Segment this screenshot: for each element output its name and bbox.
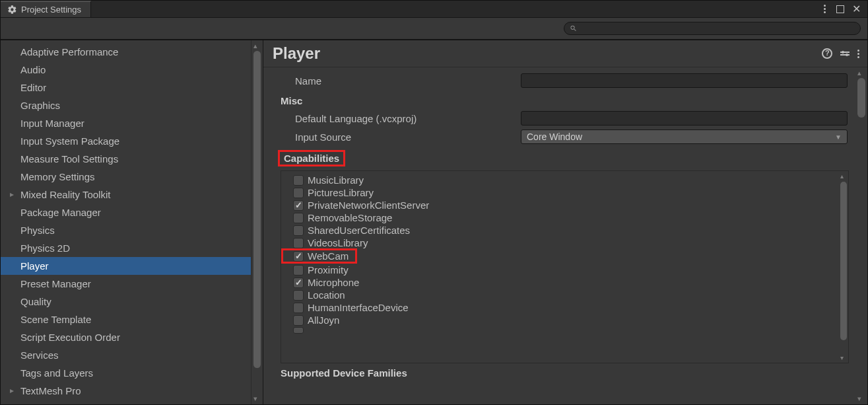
scroll-down-icon[interactable]: ▾ xyxy=(840,354,844,361)
checkbox[interactable] xyxy=(293,175,304,186)
capability-privatenetworkclientserver[interactable]: PrivateNetworkClientServer xyxy=(281,199,848,211)
scroll-thumb[interactable] xyxy=(857,78,865,118)
supported-families-header: Supported Device Families xyxy=(263,363,855,381)
checkbox[interactable] xyxy=(293,213,304,223)
capability-label: PrivateNetworkClientServer xyxy=(308,200,429,211)
scroll-thumb[interactable] xyxy=(253,51,261,368)
capabilities-scrollbar[interactable]: ▴ ▾ xyxy=(839,171,848,363)
capability-label: VideosLibrary xyxy=(308,237,368,248)
search-field[interactable] xyxy=(564,22,861,35)
capability-label: PicturesLibrary xyxy=(308,187,374,198)
checkbox[interactable] xyxy=(293,225,304,236)
tab-label: Project Settings xyxy=(21,5,81,15)
help-icon[interactable] xyxy=(822,48,832,59)
sidebar-item-memory-settings[interactable]: Memory Settings xyxy=(1,168,251,186)
sidebar-item-mixed-reality-toolkit[interactable]: Mixed Reality Toolkit xyxy=(1,186,251,203)
sidebar-item-physics[interactable]: Physics xyxy=(1,221,251,239)
scroll-thumb[interactable] xyxy=(840,182,847,340)
scroll-down-icon[interactable]: ▾ xyxy=(253,394,257,403)
chevron-down-icon: ▼ xyxy=(835,133,842,141)
misc-header: Misc xyxy=(263,90,855,109)
scroll-up-icon[interactable]: ▴ xyxy=(253,42,257,50)
default-lang-input[interactable] xyxy=(521,111,848,126)
checkbox[interactable] xyxy=(293,200,304,211)
capability-label: WebCam xyxy=(308,250,349,262)
sidebar-item-textmesh-pro[interactable]: TextMesh Pro xyxy=(1,382,251,400)
name-label: Name xyxy=(263,75,521,87)
sidebar-item-player[interactable]: Player xyxy=(1,257,251,275)
sidebar-scrollbar[interactable]: ▴ ▾ xyxy=(251,40,263,404)
input-source-dropdown[interactable]: Core Window ▼ xyxy=(521,129,848,144)
dropdown-value: Core Window xyxy=(527,131,582,142)
capability-label: Location xyxy=(308,289,345,301)
capability-proximity[interactable]: Proximity xyxy=(281,264,848,276)
input-source-label: Input Source xyxy=(263,131,521,143)
kebab-icon[interactable] xyxy=(824,5,826,13)
capability-label: MusicLibrary xyxy=(308,174,364,186)
sidebar-item-services[interactable]: Services xyxy=(1,346,251,364)
capability-cutoff xyxy=(281,326,848,334)
checkbox[interactable] xyxy=(293,251,304,262)
main-scrollbar[interactable]: ▴ ▾ xyxy=(855,67,867,404)
capability-label: Microphone xyxy=(308,277,359,288)
sidebar-item-tags-and-layers[interactable]: Tags and Layers xyxy=(1,364,251,382)
sidebar-item-time[interactable]: Time xyxy=(1,400,251,404)
checkbox[interactable] xyxy=(293,265,304,276)
capability-humaninterfacedevice[interactable]: HumanInterfaceDevice xyxy=(281,301,848,314)
sidebar-item-editor[interactable]: Editor xyxy=(1,79,251,96)
checkbox[interactable] xyxy=(293,315,304,326)
sidebar-item-measure-tool-settings[interactable]: Measure Tool Settings xyxy=(1,150,251,168)
sidebar-item-input-manager[interactable]: Input Manager xyxy=(1,114,251,132)
settings-sidebar: Adaptive PerformanceAudioEditorGraphicsI… xyxy=(1,40,263,404)
close-icon[interactable]: ✕ xyxy=(852,4,861,15)
tab-project-settings[interactable]: Project Settings xyxy=(1,1,91,17)
gear-icon xyxy=(7,5,17,15)
search-input[interactable] xyxy=(582,24,855,33)
capability-musiclibrary[interactable]: MusicLibrary xyxy=(281,174,848,186)
sidebar-item-preset-manager[interactable]: Preset Manager xyxy=(1,275,251,293)
sidebar-item-scene-template[interactable]: Scene Template xyxy=(1,311,251,328)
capability-alljoyn[interactable]: AllJoyn xyxy=(281,314,848,326)
capability-webcam[interactable]: WebCam xyxy=(281,248,357,264)
window-buttons: ✕ xyxy=(817,4,867,15)
checkbox[interactable] xyxy=(293,277,304,288)
capability-label: HumanInterfaceDevice xyxy=(308,302,409,313)
capabilities-header: Capabilities xyxy=(278,150,345,166)
scroll-up-icon[interactable]: ▴ xyxy=(857,69,861,77)
name-input[interactable] xyxy=(521,73,848,88)
sidebar-item-audio[interactable]: Audio xyxy=(1,61,251,79)
menu-icon[interactable] xyxy=(857,50,859,58)
sidebar-item-adaptive-performance[interactable]: Adaptive Performance xyxy=(1,43,251,61)
capability-videoslibrary[interactable]: VideosLibrary xyxy=(281,237,848,249)
sidebar-item-package-manager[interactable]: Package Manager xyxy=(1,203,251,221)
capability-label: SharedUserCertificates xyxy=(308,225,410,236)
checkbox[interactable] xyxy=(293,238,304,248)
preset-icon[interactable] xyxy=(840,52,850,55)
capabilities-list: MusicLibraryPicturesLibraryPrivateNetwor… xyxy=(281,170,849,363)
scroll-up-icon[interactable]: ▴ xyxy=(840,172,844,180)
checkbox[interactable] xyxy=(293,188,304,198)
capability-sharedusercertificates[interactable]: SharedUserCertificates xyxy=(281,224,848,237)
sidebar-item-physics-2d[interactable]: Physics 2D xyxy=(1,239,251,257)
default-lang-label: Default Language (.vcxproj) xyxy=(263,113,521,124)
sidebar-item-quality[interactable]: Quality xyxy=(1,293,251,311)
sidebar-item-graphics[interactable]: Graphics xyxy=(1,96,251,114)
titlebar: Project Settings ✕ xyxy=(1,1,867,18)
sidebar-item-input-system-package[interactable]: Input System Package xyxy=(1,132,251,150)
capability-removablestorage[interactable]: RemovableStorage xyxy=(281,211,848,224)
search-bar xyxy=(1,18,867,40)
checkbox[interactable] xyxy=(293,290,304,301)
capability-label: RemovableStorage xyxy=(308,212,392,223)
capability-pictureslibrary[interactable]: PicturesLibrary xyxy=(281,186,848,199)
capability-location[interactable]: Location xyxy=(281,289,848,301)
page-title: Player xyxy=(273,44,320,63)
capability-label: AllJoyn xyxy=(308,314,339,326)
scroll-down-icon[interactable]: ▾ xyxy=(857,394,861,403)
capability-label: Proximity xyxy=(308,264,349,276)
capability-microphone[interactable]: Microphone xyxy=(281,276,848,289)
search-icon xyxy=(570,24,578,32)
content-area: Name Misc Default Language (.vcxproj) In… xyxy=(263,67,855,404)
maximize-icon[interactable] xyxy=(836,5,844,13)
sidebar-item-script-execution-order[interactable]: Script Execution Order xyxy=(1,328,251,346)
checkbox[interactable] xyxy=(293,303,304,313)
